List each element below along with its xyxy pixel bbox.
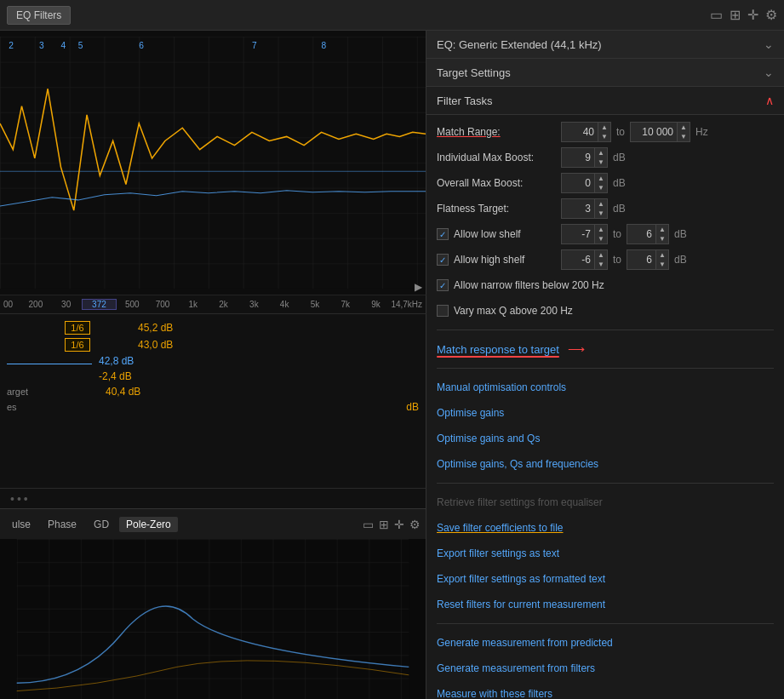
flatness-target-buttons[interactable]: ▲ ▼ (595, 198, 608, 219)
allow-low-shelf-down[interactable]: ▼ (595, 234, 607, 244)
allow-low-shelf-to-spinner[interactable]: ▲ ▼ (627, 224, 669, 244)
overall-max-boost-unit: dB (613, 177, 626, 189)
match-range-to-input[interactable] (630, 122, 678, 142)
overall-max-boost-down[interactable]: ▼ (595, 183, 607, 192)
export-formatted-row: Export filter settings as formatted text (437, 569, 774, 589)
match-range-hz: Hz (695, 126, 708, 138)
optimise-gains-qs-freqs-row: Optimise gains, Qs and frequencies (437, 454, 774, 474)
filter-row-1: 1/6 45,2 dB (7, 321, 419, 335)
tab-gd[interactable]: GD (87, 517, 116, 532)
monitor-icon-2[interactable]: ▭ (363, 518, 374, 531)
settings-icon[interactable]: ⚙ (765, 7, 777, 23)
allow-low-shelf-to-buttons[interactable]: ▲ ▼ (656, 224, 669, 244)
allow-high-shelf-to-down[interactable]: ▼ (656, 260, 668, 269)
allow-low-shelf-input[interactable] (561, 224, 595, 244)
manual-optimisation-link[interactable]: Manual optimisation controls (437, 380, 566, 395)
allow-low-shelf-to-down[interactable]: ▼ (656, 234, 668, 244)
match-range-to-spinner-buttons[interactable]: ▲ ▼ (678, 122, 690, 142)
match-range-from-spinner-buttons[interactable]: ▲ ▼ (598, 122, 611, 142)
grid-icon[interactable]: ⊞ (730, 7, 741, 23)
generate-predicted-link[interactable]: Generate measurement from predicted (437, 635, 613, 650)
filter-tasks-header[interactable]: Filter Tasks ∧ (426, 87, 784, 115)
export-text-link[interactable]: Export filter settings as text (437, 546, 559, 561)
export-formatted-link[interactable]: Export filter settings as formatted text (437, 571, 605, 587)
allow-low-shelf-buttons[interactable]: ▲ ▼ (595, 224, 608, 244)
match-range-to-up[interactable]: ▲ (678, 123, 690, 132)
allow-high-shelf-spinner[interactable]: ▲ ▼ (561, 249, 608, 270)
allow-high-shelf-to-up[interactable]: ▲ (656, 250, 668, 260)
match-range-to-down[interactable]: ▼ (678, 132, 690, 141)
tab-ulse[interactable]: ulse (5, 517, 37, 532)
divider-2 (437, 368, 774, 369)
individual-max-boost-spinner[interactable]: ▲ ▼ (561, 147, 608, 168)
monitor-icon[interactable]: ▭ (710, 7, 723, 23)
scroll-arrow[interactable]: ▶ (415, 281, 422, 293)
overall-max-boost-up[interactable]: ▲ (595, 174, 607, 183)
eq-filters-button[interactable]: EQ Filters (7, 6, 71, 25)
individual-max-boost-down[interactable]: ▼ (595, 158, 607, 167)
move-icon[interactable]: ✛ (747, 7, 758, 23)
match-range-from-up[interactable]: ▲ (598, 123, 610, 132)
allow-narrow-checkbox[interactable] (437, 279, 449, 291)
reset-filters-link[interactable]: Reset filters for current measurement (437, 597, 605, 612)
freq-372[interactable]: 372 (82, 299, 117, 310)
target-settings-header[interactable]: Target Settings ⌄ (426, 59, 784, 87)
overall-max-boost-spinner[interactable]: ▲ ▼ (561, 173, 608, 193)
overall-max-boost-input[interactable] (561, 173, 595, 193)
match-range-from-input[interactable] (561, 122, 598, 142)
generate-filters-link[interactable]: Generate measurement from filters (437, 661, 595, 676)
move-icon-2[interactable]: ✛ (394, 518, 404, 531)
match-response-link[interactable]: Match response to target (437, 343, 559, 356)
expand-dots[interactable]: ••• (0, 488, 426, 508)
allow-high-shelf-up[interactable]: ▲ (595, 250, 607, 260)
eq-title-header[interactable]: EQ: Generic Extended (44,1 kHz) ⌄ (426, 31, 784, 59)
optimise-gains-qs-freqs-link[interactable]: Optimise gains, Qs and frequencies (437, 456, 598, 472)
allow-low-shelf-to-input[interactable] (627, 224, 656, 244)
allow-high-shelf-buttons[interactable]: ▲ ▼ (595, 249, 608, 270)
allow-high-shelf-to-spinner[interactable]: ▲ ▼ (627, 249, 669, 270)
allow-high-shelf-input[interactable] (561, 249, 595, 270)
match-response-row: Match response to target ⟶ (437, 339, 774, 359)
overall-max-boost-buttons[interactable]: ▲ ▼ (595, 173, 608, 193)
allow-high-shelf-down[interactable]: ▼ (595, 260, 607, 269)
optimise-gains-qs-link[interactable]: Optimise gains and Qs (437, 431, 540, 446)
freq-7k: 7k (330, 300, 361, 309)
main-layout: 2 3 4 5 6 7 8 ▶ 00 200 30 372 (0, 31, 784, 699)
allow-high-shelf-to-buttons[interactable]: ▲ ▼ (656, 249, 669, 270)
flatness-target-up[interactable]: ▲ (595, 199, 607, 209)
flatness-target-down[interactable]: ▼ (595, 209, 607, 218)
freq-5k: 5k (300, 300, 330, 309)
freq-3k: 3k (238, 300, 269, 309)
filters-info: 1/6 45,2 dB 1/6 43,0 dB 42,8 dB -2,4 dB … (0, 313, 426, 488)
measure-filters-row: Measure with these filters (437, 684, 774, 699)
target-settings-chevron: ⌄ (764, 66, 774, 79)
optimise-gains-link[interactable]: Optimise gains (437, 405, 504, 421)
allow-high-shelf-to-input[interactable] (627, 249, 656, 270)
individual-max-boost-buttons[interactable]: ▲ ▼ (595, 147, 608, 168)
freq-00: 00 (3, 300, 20, 309)
flatness-target-spinner[interactable]: ▲ ▼ (561, 198, 608, 219)
match-range-from-spinner[interactable]: ▲ ▼ (561, 122, 611, 142)
individual-max-boost-up[interactable]: ▲ (595, 148, 607, 158)
match-range-to-spinner[interactable]: ▲ ▼ (630, 122, 690, 142)
individual-max-boost-input[interactable] (561, 147, 595, 168)
save-filter-link[interactable]: Save filter coefficients to file (437, 520, 564, 536)
allow-low-shelf-checkbox[interactable] (437, 228, 449, 240)
grid-icon-2[interactable]: ⊞ (379, 518, 389, 531)
tab-phase[interactable]: Phase (41, 517, 83, 532)
allow-low-shelf-up[interactable]: ▲ (595, 225, 607, 234)
allow-low-shelf-to-up[interactable]: ▲ (656, 225, 668, 234)
vary-max-q-checkbox-row: Vary max Q above 200 Hz (437, 305, 573, 317)
measure-filters-link[interactable]: Measure with these filters (437, 686, 552, 699)
generate-filters-row: Generate measurement from filters (437, 658, 774, 679)
tab-pole-zero[interactable]: Pole-Zero (119, 517, 178, 532)
top-bar: EQ Filters ▭ ⊞ ✛ ⚙ (0, 0, 784, 31)
match-range-from-down[interactable]: ▼ (598, 132, 610, 141)
flatness-target-input[interactable] (561, 198, 595, 219)
allow-low-shelf-spinner[interactable]: ▲ ▼ (561, 224, 608, 244)
allow-high-shelf-checkbox[interactable] (437, 254, 449, 266)
es-label: es (7, 402, 41, 412)
filter-value-5: 40,4 dB (106, 386, 140, 398)
settings-icon-2[interactable]: ⚙ (409, 518, 421, 531)
vary-max-q-checkbox[interactable] (437, 305, 449, 317)
